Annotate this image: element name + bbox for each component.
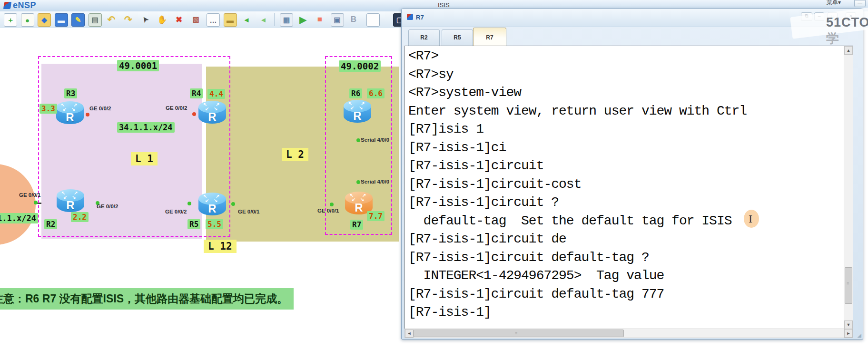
router-name-label-r2: R2 (44, 219, 57, 229)
terminal-title: R7 (416, 14, 424, 21)
scroll-right-icon[interactable]: ► (844, 329, 853, 338)
link-endpoint-dot (34, 201, 38, 204)
minimize-main-icon[interactable]: — (854, 0, 866, 7)
terminal-app-icon (407, 14, 413, 20)
blank-panel-icon[interactable] (366, 13, 380, 27)
router-r4[interactable]: ↖↗↙↘R (198, 101, 226, 126)
add-note-icon[interactable]: ▬ (224, 13, 237, 27)
link-endpoint-dot (86, 113, 89, 116)
area-label: 49.0002 (339, 60, 381, 72)
open-icon[interactable]: ◆ (38, 13, 51, 27)
link-endpoint-dot (231, 202, 235, 206)
show-interface-icon[interactable]: ◄ (240, 13, 253, 26)
start-devices-icon[interactable]: ▶ (297, 13, 309, 26)
resize-grip-icon[interactable]: ◢ (858, 332, 861, 339)
horizontal-scroll-thumb[interactable]: ≡ (414, 330, 624, 337)
window-title: ISIS (438, 1, 450, 9)
router-name-label-r4: R4 (190, 88, 203, 98)
note-banner: 注意：R6 R7 没有配置ISIS，其他路由器基础配置均已完成。 (0, 288, 294, 310)
port-label: GE 0/0/1 (238, 209, 259, 214)
delete-icon[interactable]: ✖ (173, 13, 185, 26)
scroll-left-icon[interactable]: ◄ (405, 329, 414, 338)
ensp-logo-text: eNSP (13, 0, 36, 10)
ensp-logo-icon (3, 2, 11, 9)
menu-button[interactable]: 菜单▾ (827, 0, 841, 7)
save-as-icon[interactable]: ✎ (71, 13, 85, 27)
link-endpoint-dot (356, 138, 360, 142)
router-letter: R (56, 111, 84, 124)
topo-board-icon[interactable]: B (347, 13, 360, 26)
select-cursor-icon[interactable]: ➤ (137, 11, 154, 28)
link-endpoint-dot (356, 180, 360, 184)
scroll-up-icon[interactable]: ▲ (844, 46, 853, 55)
port-label: Serial 4/0/0 (361, 137, 389, 143)
tab-r5[interactable]: R5 (442, 29, 473, 46)
vertical-scrollbar[interactable]: ▲ ▼ ≡ (844, 46, 853, 329)
router-id-label-r6: 6.6 (367, 88, 385, 98)
tab-r2[interactable]: R2 (408, 29, 440, 46)
undo-icon[interactable]: ↶ (105, 13, 118, 26)
show-interface-alt-icon[interactable]: ◄ (257, 13, 270, 26)
pan-hand-icon[interactable]: ✋ (156, 13, 168, 26)
terminal-window[interactable]: R7 ⧉ – □ ✕ R2R5R7 ▲ ▼ ≡ I <R7><R7>sy<R7>… (401, 8, 863, 340)
new-test-paper-icon[interactable]: ● (21, 13, 34, 27)
watermark-text: 51CTO学 (826, 15, 868, 47)
vertical-scroll-thumb[interactable]: ≡ (845, 267, 852, 304)
save-icon[interactable]: ▬ (55, 13, 68, 27)
scroll-grip: ≡ (515, 331, 517, 336)
horizontal-scrollbar[interactable]: ◄ ► ≡ (404, 329, 853, 338)
console-line: [R7-isis-1] (408, 305, 491, 320)
router-r6[interactable]: ↖↗↙↘R (344, 100, 371, 126)
new-topology-icon[interactable]: ＋ (4, 13, 17, 27)
router-name-label-r3: R3 (64, 88, 77, 98)
watermark-part1: 51CTO (826, 15, 868, 29)
console-line: <R7>sy (408, 67, 454, 82)
tab-r7[interactable]: R7 (473, 28, 506, 46)
port-label: GE 0/0/2 (166, 105, 187, 111)
data-capture-icon[interactable]: ▣ (331, 13, 344, 27)
port-label: GE 0/0/2 (97, 204, 118, 209)
watermark-part2: 学 (826, 31, 839, 46)
router-name-label-r5: R5 (187, 219, 200, 229)
port-label: GE 0/0/1 (317, 208, 339, 213)
eraser-icon[interactable]: ▧ (190, 13, 202, 26)
level-label: L 2 (282, 148, 308, 161)
scroll-grip: ≡ (847, 281, 849, 286)
console-line: [R7-isis-1]circuit (408, 158, 543, 173)
console-line: [R7-isis-1]circuit ? (408, 195, 559, 210)
router-r5[interactable]: ↖↗↙↘R (198, 193, 226, 218)
topology-image-icon[interactable]: ▦ (280, 13, 293, 27)
toolbar-separator (274, 13, 275, 26)
network-label: 1.1.x/24 (0, 213, 38, 223)
area-label: 49.0001 (117, 60, 159, 71)
console-line: INTEGER<1-4294967295> Tag value (408, 268, 664, 283)
network-label: 34.1.1.x/24 (117, 122, 175, 133)
print-icon[interactable]: ▤ (89, 13, 102, 27)
router-id-label-r3: 3.3 (39, 104, 57, 114)
redo-icon[interactable]: ↷ (122, 13, 135, 26)
add-text-icon[interactable]: … (207, 13, 220, 27)
scroll-down-icon[interactable]: ▼ (844, 320, 853, 329)
console-line: [R7-isis-1]circuit default-tag 777 (408, 287, 664, 301)
router-letter: R (57, 199, 84, 212)
link-endpoint-dot (187, 202, 191, 205)
router-r3[interactable]: ↖↗↙↘R (56, 101, 84, 127)
port-label: GE 0/0/2 (165, 209, 187, 214)
console-line: <R7> (408, 49, 438, 63)
router-id-label-r4: 4.4 (207, 89, 225, 99)
router-id-label-r5: 5.5 (206, 219, 223, 229)
console-line: [R7-isis-1]circuit de (408, 232, 566, 246)
router-r2[interactable]: ↖↗↙↘R (57, 189, 84, 215)
router-letter: R (344, 109, 371, 123)
stop-devices-icon[interactable]: ■ (314, 13, 326, 26)
port-label: GE 0/0/2 (89, 106, 111, 111)
console-line: [R7-isis-1]ci (408, 140, 506, 155)
console-line: default-tag Set the default tag for ISIS (408, 213, 732, 228)
link-endpoint-dot (192, 112, 196, 116)
link-endpoint-dot (330, 203, 334, 206)
level-label: L 12 (204, 240, 237, 253)
router-letter: R (198, 110, 226, 124)
console-output[interactable]: ▲ ▼ ≡ I <R7><R7>sy<R7>system-viewEnter s… (404, 46, 853, 330)
console-line: [R7-isis-1]circuit default-tag ? (408, 250, 649, 265)
level-label: L 1 (131, 152, 158, 165)
